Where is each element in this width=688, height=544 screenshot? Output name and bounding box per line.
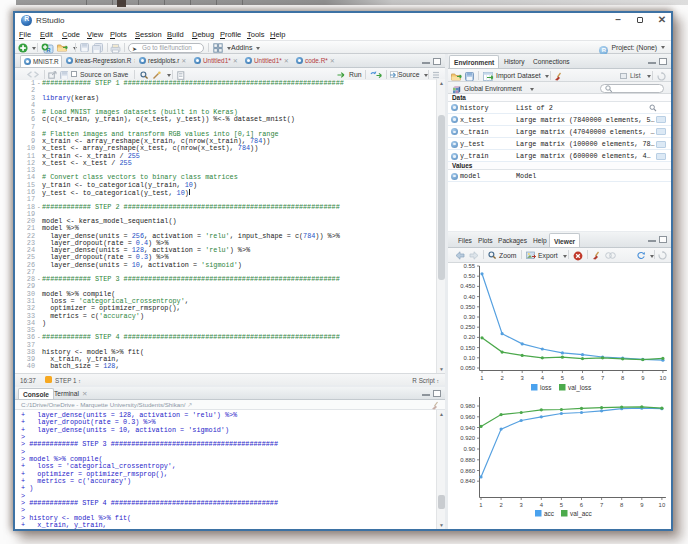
- svg-text:0.40: 0.40: [464, 294, 476, 300]
- svg-text:0.250: 0.250: [460, 324, 475, 330]
- svg-text:6: 6: [580, 502, 584, 508]
- svg-text:0.960: 0.960: [460, 414, 475, 420]
- svg-text:2: 2: [499, 502, 502, 508]
- svg-text:0.20: 0.20: [464, 334, 476, 340]
- svg-text:5: 5: [560, 502, 564, 508]
- svg-text:loss: loss: [540, 384, 551, 391]
- svg-text:0.50: 0.50: [464, 273, 476, 279]
- svg-text:acc: acc: [544, 510, 555, 517]
- svg-text:0.860: 0.860: [460, 468, 475, 474]
- svg-text:0.55: 0.55: [464, 263, 476, 269]
- svg-text:0.940: 0.940: [460, 425, 475, 431]
- svg-text:4: 4: [540, 502, 544, 508]
- svg-text:0.150: 0.150: [460, 345, 475, 351]
- svg-text:7: 7: [601, 375, 604, 381]
- svg-text:10: 10: [660, 375, 667, 381]
- svg-text:8: 8: [621, 375, 625, 381]
- svg-text:0.920: 0.920: [460, 435, 475, 441]
- svg-text:0.980: 0.980: [460, 403, 475, 409]
- svg-text:0.450: 0.450: [460, 283, 475, 289]
- svg-text:1: 1: [480, 375, 483, 381]
- svg-text:0.050: 0.050: [460, 365, 475, 371]
- svg-text:5: 5: [561, 375, 565, 381]
- svg-text:0.880: 0.880: [460, 457, 475, 463]
- svg-text:0.840: 0.840: [460, 478, 475, 484]
- svg-text:9: 9: [640, 502, 643, 508]
- svg-text:val_acc: val_acc: [570, 510, 592, 518]
- svg-text:val_loss: val_loss: [568, 384, 591, 392]
- svg-text:8: 8: [620, 502, 624, 508]
- svg-text:9: 9: [641, 375, 644, 381]
- svg-text:4: 4: [541, 375, 545, 381]
- svg-text:6: 6: [581, 375, 585, 381]
- svg-text:0.10: 0.10: [464, 355, 476, 361]
- svg-text:1: 1: [479, 502, 482, 508]
- svg-text:10: 10: [659, 502, 666, 508]
- svg-text:3: 3: [521, 375, 525, 381]
- svg-text:2: 2: [500, 375, 503, 381]
- svg-text:7: 7: [600, 502, 603, 508]
- svg-text:3: 3: [520, 502, 524, 508]
- svg-text:0.350: 0.350: [460, 304, 475, 310]
- svg-text:0.30: 0.30: [464, 314, 476, 320]
- svg-text:0.90: 0.90: [464, 446, 476, 452]
